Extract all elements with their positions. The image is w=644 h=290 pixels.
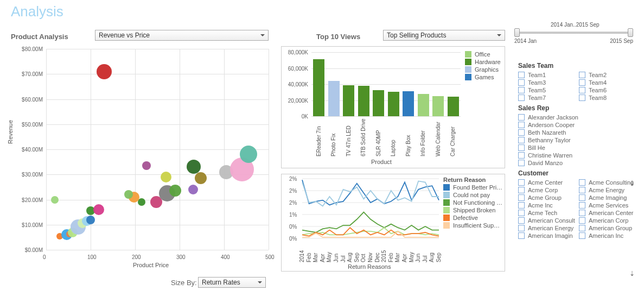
line-chart: Return Reasons Return Reason Found Bette… [281,174,505,272]
bar-xtick: Web Calendar [435,118,441,156]
legend-item[interactable]: Insufficient Sup… [443,222,502,229]
data-point[interactable] [142,161,151,170]
filter-checkbox[interactable]: Bill He [518,144,637,151]
legend-item[interactable]: Games [465,74,501,80]
legend-item[interactable]: Could not pay [443,192,502,198]
data-point[interactable] [51,196,59,204]
data-point[interactable] [93,204,104,215]
filter-checkbox[interactable]: Team1 [518,72,577,78]
legend-item[interactable]: Office [465,51,501,58]
bar-xtick: Laptop [390,118,396,156]
slider-thumb-left[interactable] [514,28,520,37]
filter-checkbox[interactable]: Acme Services [579,202,637,209]
filter-heading: Sales Team [518,62,637,70]
bar-xtick: EReader 7in [316,118,322,156]
filter-checkbox[interactable]: American Inc [579,232,637,239]
data-point[interactable] [188,185,198,194]
filter-checkbox[interactable]: American Imagin [518,232,577,239]
filter-checkbox[interactable]: Christine Warren [518,152,637,159]
slider-thumb-right[interactable] [628,28,633,37]
bar-ytick: 40,000K [284,81,308,87]
filter-checkbox[interactable]: American Center [579,210,637,216]
filter-checkbox[interactable]: Team7 [518,94,577,101]
bar[interactable] [313,59,324,116]
bar[interactable] [403,91,414,116]
data-point[interactable] [161,172,171,182]
product-analysis-dropdown[interactable]: Revenue vs Price [95,30,269,41]
scatter-ytick: $40.00M [22,147,43,153]
filter-checkbox[interactable]: Beth Nazareth [518,129,637,136]
data-point[interactable] [169,185,181,197]
bar-xtick: Info Folder [420,118,426,156]
line-series[interactable] [302,180,439,205]
data-point[interactable] [124,190,133,199]
bar[interactable] [358,86,369,116]
top10-dropdown[interactable]: Top Selling Products [383,30,505,41]
line-ytick: 0% [289,224,297,230]
line-xtick: May [409,241,415,262]
filter-checkbox[interactable]: Anderson Cooper [518,122,637,128]
data-point[interactable] [240,146,257,163]
filter-checkbox[interactable]: David Manzo [518,160,637,166]
size-by-dropdown[interactable]: Return Rates [198,277,266,288]
line-xtick: Apr [401,241,407,262]
filter-checkbox[interactable]: Acme Imaging [579,194,637,201]
scroll-down-icon[interactable]: ⇣ [629,270,635,278]
filter-checkbox[interactable]: American Consult [518,217,577,224]
filter-checkbox[interactable]: Team6 [579,87,637,93]
line-xtick: Dec [374,241,380,262]
line-xtick: Apr [320,241,326,262]
filter-checkbox[interactable]: Team8 [579,94,637,101]
legend-item[interactable]: Shipped Broken [443,207,502,213]
time-slider[interactable]: 2014 Jan..2015 Sep 2014 Jan 2015 Sep [513,22,635,43]
data-point[interactable] [97,64,112,79]
bar[interactable] [388,92,399,116]
scroll-down-icon[interactable]: ⇣ [629,179,635,187]
line-xtick: 2014 [299,241,305,262]
filter-checkbox[interactable]: Acme Corp [518,187,577,193]
line-xtick: Jun [333,241,339,262]
filter-checkbox[interactable]: Acme Center [518,179,577,186]
bar[interactable] [343,85,354,116]
filter-checkbox[interactable]: Team4 [579,79,637,86]
filter-checkbox[interactable]: Acme Group [518,194,577,201]
bar-ytick: 80,000K [284,49,308,55]
data-point[interactable] [195,172,207,184]
line-xtick: Sep [354,241,360,262]
filter-checkbox[interactable]: American Corp [579,217,637,224]
filter-checkbox[interactable]: Team2 [579,72,637,78]
filter-checkbox[interactable]: American Group [579,225,637,231]
filter-checkbox[interactable]: Bethanny Taylor [518,137,637,143]
bar[interactable] [328,81,340,116]
filter-checkbox[interactable]: Team5 [518,87,577,93]
bar[interactable] [373,90,384,116]
filter-checkbox[interactable]: Acme Tech [518,210,577,216]
filter-checkbox[interactable]: Acme Inc [518,202,577,209]
bar-ytick: 60,000K [284,66,308,72]
bar-legend: OfficeHardwareGraphicsGames [465,51,501,81]
filter-checkbox[interactable]: Alexander Jackson [518,114,637,121]
filter-heading: Customer [518,169,637,177]
legend-item[interactable]: Graphics [465,66,501,73]
scatter-ytick: $10.00M [22,222,43,228]
data-point[interactable] [138,198,145,206]
bar[interactable] [432,96,444,116]
scatter-ytick: $30.00M [22,172,43,178]
legend-item[interactable]: Hardware [465,59,501,65]
line-xlabel: Return Reasons [348,263,391,270]
legend-item[interactable]: Not Functioning … [443,199,502,206]
line-series[interactable] [302,212,439,232]
filter-checkbox[interactable]: Acme Energy [579,187,637,193]
bar[interactable] [448,97,459,116]
bar[interactable] [418,94,429,116]
filter-checkbox[interactable]: Acme Consulting [579,179,637,186]
data-point[interactable] [86,216,95,224]
filter-checkbox[interactable]: Team3 [518,79,577,86]
bar-ytick: 0K [284,114,308,119]
legend-item[interactable]: Found Better Pri… [443,184,502,191]
slider-min: 2014 Jan [514,38,537,44]
scatter-ytick: $50.00M [22,122,43,128]
filter-checkbox[interactable]: American Energy [518,225,577,231]
legend-item[interactable]: Defective [443,215,502,221]
scatter-ylabel: Revenue [7,120,14,144]
